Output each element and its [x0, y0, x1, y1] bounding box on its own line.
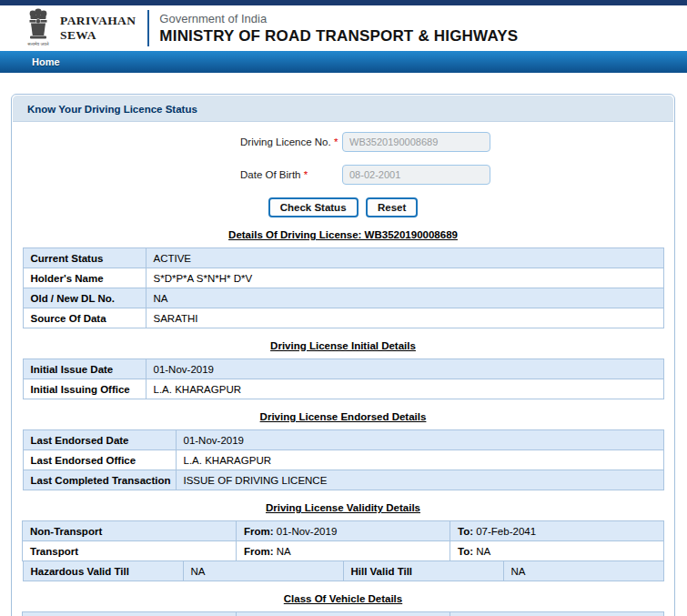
column-header: COV Issue Date — [450, 612, 664, 616]
table-row: Source Of Data SARATHI — [23, 308, 663, 328]
row-label: Holder's Name — [23, 268, 146, 288]
row-label: Last Completed Transaction — [23, 470, 176, 490]
page-title: Know Your Driving Licence Status — [27, 104, 197, 115]
table-row: Current Status ACTIVE — [23, 248, 663, 268]
dl-number-label-text: Driving Licence No. — [240, 136, 331, 147]
to-prefix: To: — [458, 546, 473, 557]
validity-table: Non-Transport From: 01-Nov-2019 To: 07-F… — [22, 520, 664, 561]
form-buttons: Check Status Reset — [12, 197, 674, 217]
from-value: 01-Nov-2019 — [274, 526, 338, 537]
dl-number-row: Driving Licence No. * — [240, 132, 674, 152]
emblem-motto: सत्यमेव जयते — [27, 42, 48, 46]
table-row: Holder's Name S*D*P*A S*N*H* D*V — [23, 268, 663, 288]
table-row: Initial Issue Date 01-Nov-2019 — [23, 359, 663, 379]
panel-header: Know Your Driving Licence Status — [13, 96, 673, 122]
to-value: NA — [473, 546, 490, 557]
to-value: 07-Feb-2041 — [473, 526, 536, 537]
row-value: L.A. KHARAGPUR — [146, 379, 663, 399]
initial-details-table: Initial Issue Date 01-Nov-2019 Initial I… — [23, 358, 664, 399]
validity-from-cell: From: 01-Nov-2019 — [237, 521, 450, 541]
hill-value: NA — [503, 561, 663, 581]
table-row: Initial Issuing Office L.A. KHARAGPUR — [23, 379, 663, 399]
dl-number-label: Driving Licence No. * — [240, 136, 342, 147]
dob-label: Date Of Birth * — [240, 169, 342, 180]
from-prefix: From: — [244, 546, 274, 557]
table-row: Last Endorsed Office L.A. KHARAGPUR — [23, 450, 663, 470]
validity-to-cell: To: 07-Feb-2041 — [450, 521, 664, 541]
validity-section-heading: Driving License Validity Details — [12, 502, 674, 513]
details-table: Current Status ACTIVE Holder's Name S*D*… — [23, 247, 664, 328]
endorsed-section-heading: Driving License Endorsed Details — [12, 411, 674, 422]
ashoka-emblem-icon — [26, 8, 50, 41]
row-value: S*D*P*A S*N*H* D*V — [146, 268, 663, 288]
initial-section-heading: Driving License Initial Details — [12, 340, 674, 351]
row-label: Initial Issue Date — [23, 359, 146, 379]
nav-home-link[interactable]: Home — [0, 56, 60, 67]
row-label: Initial Issuing Office — [23, 379, 146, 399]
from-prefix: From: — [244, 526, 274, 537]
row-value: ISSUE OF DRIVING LICENCE — [176, 470, 663, 490]
row-value: 01-Nov-2019 — [176, 430, 663, 450]
row-label: Last Endorsed Date — [23, 430, 176, 450]
row-value: 01-Nov-2019 — [146, 359, 663, 379]
row-value: NA — [146, 288, 663, 308]
ministry-title: MINISTRY OF ROAD TRANSPORT & HIGHWAYS — [159, 27, 518, 45]
check-status-button[interactable]: Check Status — [268, 197, 359, 217]
hazardous-value: NA — [183, 561, 343, 581]
dl-number-input[interactable] — [342, 132, 490, 152]
validity-extra-table: Hazardous Valid Till NA Hill Valid Till … — [23, 560, 664, 581]
column-header: Class Of Vehicle — [237, 612, 450, 616]
header-divider — [147, 10, 149, 46]
government-of-india-label: Government of India — [159, 12, 518, 25]
dob-input[interactable] — [342, 165, 490, 185]
from-value: NA — [274, 546, 291, 557]
header-text-block: Government of India MINISTRY OF ROAD TRA… — [159, 12, 518, 45]
table-row: Last Completed Transaction ISSUE OF DRIV… — [23, 470, 663, 490]
row-label: Old / New DL No. — [23, 288, 146, 308]
hazardous-label: Hazardous Valid Till — [23, 561, 183, 581]
to-prefix: To: — [458, 526, 473, 537]
table-header-row: COV Category Class Of Vehicle COV Issue … — [23, 612, 664, 616]
row-value: L.A. KHARAGPUR — [176, 450, 663, 470]
column-header: COV Category — [23, 612, 237, 616]
row-label: Current Status — [23, 248, 146, 268]
ashoka-emblem-logo: सत्यमेव जयते — [25, 8, 52, 48]
site-header: सत्यमेव जयते PARIVAHAN SEWA Government o… — [0, 5, 687, 51]
cov-table: COV Category Class Of Vehicle COV Issue … — [22, 611, 664, 616]
dl-required-asterisk: * — [334, 136, 338, 147]
licence-status-form: Driving Licence No. * Date Of Birth * Ch… — [12, 123, 674, 217]
row-label: Transport — [23, 541, 237, 561]
table-row: Non-Transport From: 01-Nov-2019 To: 07-F… — [23, 521, 664, 541]
hill-label: Hill Valid Till — [343, 561, 503, 581]
validity-to-cell: To: NA — [450, 541, 664, 561]
reset-button[interactable]: Reset — [366, 197, 418, 217]
validity-from-cell: From: NA — [237, 541, 450, 561]
row-label: Non-Transport — [23, 521, 237, 541]
brand-name: PARIVAHAN SEWA — [60, 14, 136, 43]
details-section-heading: Details Of Driving License: WB3520190008… — [12, 229, 674, 240]
table-row: Last Endorsed Date 01-Nov-2019 — [23, 430, 663, 450]
dob-label-text: Date Of Birth — [240, 169, 300, 180]
row-label: Last Endorsed Office — [23, 450, 176, 470]
row-value: SARATHI — [146, 308, 663, 328]
row-value: ACTIVE — [146, 248, 663, 268]
dob-row: Date Of Birth * — [240, 165, 674, 185]
table-row: Hazardous Valid Till NA Hill Valid Till … — [23, 561, 663, 581]
endorsed-details-table: Last Endorsed Date 01-Nov-2019 Last Endo… — [23, 429, 664, 490]
dob-required-asterisk: * — [304, 169, 308, 180]
content-panel: Know Your Driving Licence Status Driving… — [11, 94, 675, 616]
main-navbar: Home — [0, 51, 687, 73]
table-row: Old / New DL No. NA — [23, 288, 663, 308]
table-row: Transport From: NA To: NA — [23, 541, 664, 561]
cov-section-heading: Class Of Vehicle Details — [12, 593, 674, 604]
row-label: Source Of Data — [23, 308, 146, 328]
